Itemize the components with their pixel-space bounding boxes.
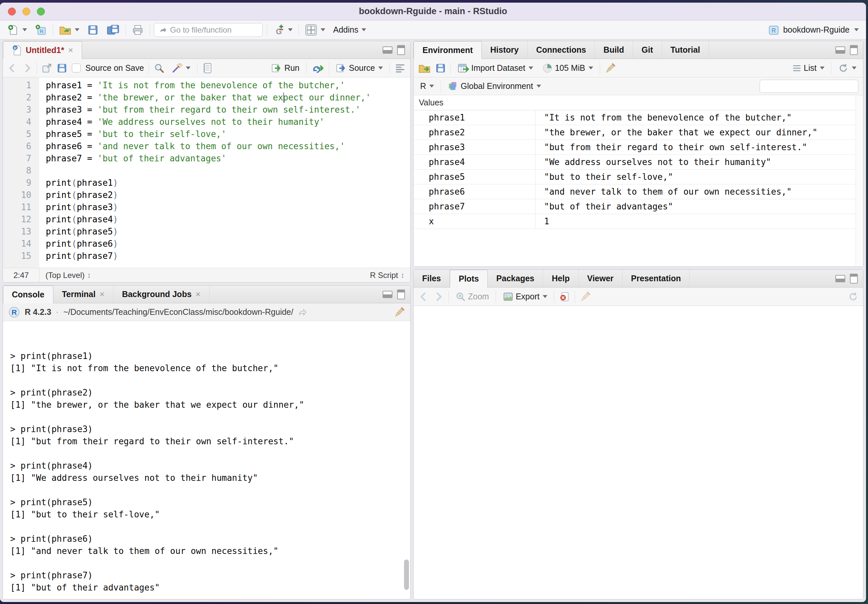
maximize-pane-icon[interactable]: [850, 274, 858, 284]
environment-row[interactable]: phrase7"but of their advantages": [414, 199, 863, 214]
import-dataset-button[interactable]: Import Dataset: [456, 61, 535, 76]
export-plot-button[interactable]: Export: [501, 290, 549, 304]
clear-console-icon[interactable]: [394, 307, 405, 318]
environment-search-input[interactable]: [766, 82, 863, 91]
maximize-pane-icon[interactable]: [397, 45, 405, 55]
code-line: 15print(phrase7): [3, 250, 410, 262]
tab-presentation[interactable]: Presentation: [623, 270, 690, 287]
source-on-save-checkbox[interactable]: [72, 63, 81, 73]
source-button[interactable]: Source: [334, 61, 385, 75]
console-scrollbar-thumb[interactable]: [404, 559, 409, 590]
minimize-pane-icon[interactable]: [383, 46, 392, 54]
tab-packages[interactable]: Packages: [488, 270, 543, 287]
list-view-button[interactable]: List: [790, 62, 826, 74]
clear-objects-icon[interactable]: [605, 63, 616, 74]
back-icon[interactable]: [8, 63, 17, 73]
new-file-button[interactable]: [5, 23, 29, 37]
environment-toolbar: Import Dataset 105 MiB List: [414, 59, 863, 77]
environment-row[interactable]: phrase3"but from their regard to their o…: [414, 140, 863, 155]
tab-history[interactable]: History: [482, 41, 528, 59]
forward-icon[interactable]: [22, 63, 32, 73]
environment-scope-selector[interactable]: Global Environment: [446, 79, 543, 93]
save-button[interactable]: [85, 23, 101, 37]
chevron-down-icon: [288, 28, 293, 31]
document-outline-icon[interactable]: [394, 63, 406, 74]
minimize-button[interactable]: [22, 8, 30, 15]
environment-row[interactable]: phrase6"and never talk to them of our ow…: [414, 184, 863, 199]
remove-plot-icon[interactable]: [559, 291, 570, 302]
code-line: 4phrase4 = 'We address ourselves not to …: [3, 116, 410, 128]
close-tab-icon[interactable]: ×: [195, 289, 200, 300]
tab-viewer[interactable]: Viewer: [579, 270, 623, 287]
toolbar-separator: [197, 62, 197, 74]
run-button[interactable]: Run: [269, 61, 302, 75]
new-file-icon: [7, 24, 19, 36]
source-pane: R Untitled1* × Source o: [3, 41, 411, 283]
zoom-icon: [456, 292, 466, 302]
tab-background-jobs[interactable]: Background Jobs×: [113, 286, 209, 303]
open-directory-icon[interactable]: [298, 307, 307, 317]
tab-tutorial[interactable]: Tutorial: [662, 41, 709, 59]
zoom-plot-button[interactable]: Zoom: [453, 290, 491, 303]
minimize-pane-icon[interactable]: [383, 291, 392, 298]
popout-icon[interactable]: [42, 63, 52, 73]
language-selector[interactable]: R: [418, 80, 436, 92]
scope-selector[interactable]: (Top Level) ↕: [40, 271, 91, 280]
maximize-pane-icon[interactable]: [850, 45, 858, 55]
save-icon[interactable]: [57, 63, 67, 73]
tab-plots[interactable]: Plots: [450, 270, 488, 287]
environment-scrollbar[interactable]: [855, 95, 863, 266]
close-tab-icon[interactable]: ×: [68, 45, 73, 55]
git-menu-button[interactable]: G: [271, 22, 294, 37]
next-plot-icon[interactable]: [433, 292, 444, 302]
fullscreen-button[interactable]: [37, 8, 45, 15]
console-pane: Console Terminal× Background Jobs× R R 4…: [3, 285, 411, 599]
compile-report-icon[interactable]: [202, 63, 212, 74]
environment-search[interactable]: [760, 80, 859, 93]
environment-table: Values phrase1"It is not from the benevo…: [414, 95, 863, 266]
new-project-button[interactable]: R: [33, 23, 49, 37]
find-replace-icon[interactable]: [153, 63, 165, 74]
environment-row[interactable]: phrase4"We address ourselves not to thei…: [414, 155, 863, 170]
variable-value: 1: [535, 216, 549, 226]
tab-connections[interactable]: Connections: [528, 41, 595, 59]
code-tools-button[interactable]: [169, 61, 192, 75]
open-file-button[interactable]: [57, 23, 81, 37]
tab-build[interactable]: Build: [595, 41, 633, 59]
addins-menu[interactable]: Addins: [331, 24, 368, 36]
tab-console[interactable]: Console: [3, 286, 53, 303]
maximize-pane-icon[interactable]: [397, 289, 405, 300]
panes-layout-button[interactable]: [303, 22, 327, 37]
close-button[interactable]: [8, 8, 16, 15]
tab-terminal[interactable]: Terminal×: [53, 286, 114, 303]
tab-environment[interactable]: Environment: [414, 41, 482, 59]
environment-row[interactable]: phrase1"It is not from the benevolence o…: [414, 110, 863, 125]
clear-plots-icon[interactable]: [580, 291, 591, 302]
previous-plot-icon[interactable]: [418, 292, 429, 302]
close-tab-icon[interactable]: ×: [99, 289, 104, 300]
tab-files[interactable]: Files: [414, 270, 450, 287]
refresh-plots-icon[interactable]: [848, 292, 859, 302]
project-menu[interactable]: R bookdown-Rguide: [768, 24, 861, 36]
minimize-pane-icon[interactable]: [835, 46, 845, 54]
console-output[interactable]: > print(phrase1)[1] "It is not from the …: [3, 321, 410, 599]
environment-row[interactable]: phrase2"the brewer, or the baker that we…: [414, 125, 863, 140]
refresh-environment-button[interactable]: [836, 62, 859, 75]
environment-row[interactable]: phrase5"but to their self-love,": [414, 170, 863, 184]
memory-usage-button[interactable]: 105 MiB: [540, 61, 595, 75]
goto-file-search[interactable]: [154, 23, 263, 37]
print-button[interactable]: [130, 23, 146, 37]
save-workspace-icon[interactable]: [435, 63, 446, 73]
tab-git[interactable]: Git: [633, 41, 662, 59]
tab-help[interactable]: Help: [543, 270, 578, 287]
minimize-pane-icon[interactable]: [835, 275, 845, 282]
toolbar-separator: [329, 62, 329, 74]
environment-row[interactable]: x1: [414, 214, 863, 229]
rerun-icon[interactable]: [311, 63, 324, 74]
code-editor[interactable]: 1phrase1 = 'It is not from the benevolen…: [3, 77, 410, 268]
goto-input[interactable]: [170, 25, 249, 35]
load-workspace-icon[interactable]: [418, 62, 431, 74]
save-all-button[interactable]: [104, 23, 122, 37]
filetype-selector[interactable]: R Script ↕: [370, 271, 410, 280]
tab-untitled1[interactable]: R Untitled1* ×: [3, 41, 82, 59]
